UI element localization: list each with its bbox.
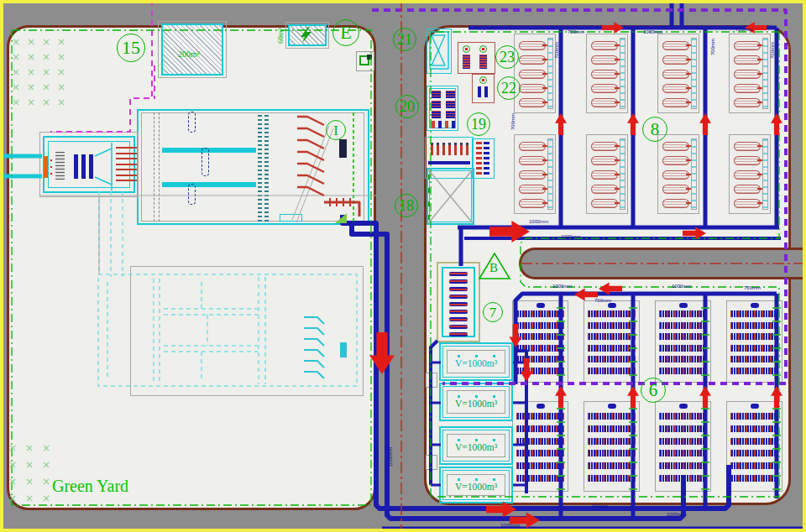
tree-icon: × <box>12 82 20 92</box>
tree-icon: × <box>12 37 20 47</box>
tree-icon: × <box>8 443 17 453</box>
tree-icon: × <box>25 460 34 470</box>
tree-icon: × <box>25 443 34 453</box>
callout-circle-E: E <box>332 19 359 46</box>
pipe-diameter-label: 700mm <box>710 39 715 55</box>
tree-icon: × <box>27 67 35 77</box>
tree-icon: × <box>42 443 50 453</box>
tree-icon: × <box>25 477 34 487</box>
tree-icon: × <box>42 67 50 77</box>
tree-icon: × <box>12 52 20 62</box>
tree-icon: × <box>12 67 20 77</box>
tree-icon: × <box>8 493 17 503</box>
tree-icon: × <box>27 97 35 107</box>
callout-circle-22: 22 <box>497 76 521 100</box>
pipe-diameter-label: 1000mm <box>552 284 572 289</box>
tree-icon: × <box>42 460 50 470</box>
label-layer: Green Yard ×××××××××××××××××××××××××××××… <box>0 0 806 532</box>
pipe-diameter-label: 700mm <box>554 42 559 59</box>
pipe-diameter-label: 700mm <box>594 298 611 303</box>
callout-triangle-label: B <box>489 261 498 275</box>
callout-circle-7: 7 <box>483 302 503 322</box>
pipe-diameter-label: 700mm <box>770 42 775 59</box>
callout-circle-15: 15 <box>117 34 145 62</box>
tree-icon: × <box>57 67 65 77</box>
tree-icon: × <box>12 97 20 107</box>
pipe-diameter-label: 1000mm <box>672 284 691 289</box>
tree-icon: × <box>27 52 35 62</box>
pipe-diameter-label: 1000mm <box>373 447 378 467</box>
tree-icon: × <box>27 37 35 47</box>
tree-icon: × <box>42 97 50 107</box>
callout-circle-6: 6 <box>641 378 666 403</box>
tree-icon: × <box>57 82 65 92</box>
tree-icon: × <box>57 97 65 107</box>
pipe-diameter-label: 700mm <box>744 285 761 290</box>
tree-icon: × <box>42 477 50 487</box>
pipe-diameter-label: 1000mm <box>388 447 393 467</box>
tree-icon: × <box>27 82 35 92</box>
pipe-diameter-label: 1000mm <box>529 219 548 224</box>
pipe-diameter-label: 700mm <box>568 29 584 34</box>
callout-circle-19: 19 <box>467 112 490 136</box>
tree-icon: × <box>42 82 50 92</box>
site-plan-canvas: V=1000m³V=1000m³V=1000m³V=1000m³ Green Y… <box>0 0 806 532</box>
callout-circle-21: 21 <box>393 28 416 51</box>
tree-icon: × <box>25 493 34 503</box>
tree-icon: × <box>42 37 50 47</box>
tree-icon: × <box>57 52 65 62</box>
pipe-diameter-label: 700mm <box>510 113 516 130</box>
pipe-diameter-label: 1000mm <box>667 512 686 517</box>
tree-icon: × <box>57 37 65 47</box>
callout-circle-18: 18 <box>395 194 418 217</box>
area-label: 200m² <box>178 50 200 59</box>
callout-circle-20: 20 <box>395 95 419 118</box>
tree-icon: × <box>42 493 50 503</box>
green-yard-label: Green Yard <box>52 477 128 496</box>
pipe-diameter-label: 1000mm <box>500 523 520 528</box>
tree-icon: × <box>42 52 50 62</box>
pipe-diameter-label: 1000mm <box>561 234 580 239</box>
callout-circle-23: 23 <box>495 45 519 69</box>
pipe-diameter-label: 1000mm <box>643 29 662 34</box>
callout-circle-I: I <box>326 120 346 140</box>
pipe-diameter-label: 700mm <box>591 503 608 509</box>
pipe-diameter-label: 700mm <box>735 27 752 32</box>
area-label: 60m³ <box>277 28 285 44</box>
tree-icon: × <box>8 477 17 487</box>
tree-icon: × <box>8 460 17 470</box>
callout-circle-8: 8 <box>642 117 667 142</box>
